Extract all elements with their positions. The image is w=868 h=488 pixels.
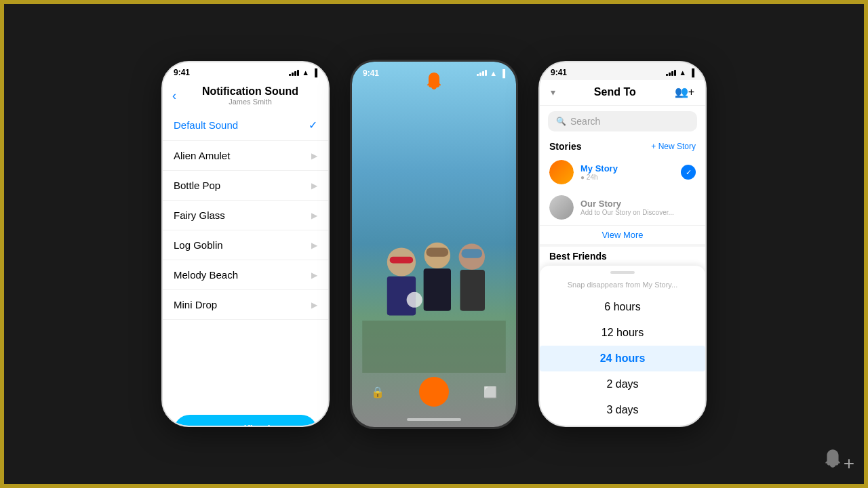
svg-rect-9 — [460, 270, 485, 311]
snapchat-ghost-icon — [424, 71, 444, 96]
snap-timer-circle — [419, 377, 449, 407]
sound-label-bottle: Bottle Pop — [174, 180, 220, 191]
page-title: Notification Sound — [182, 85, 319, 98]
play-icon-alien: ▶ — [311, 151, 317, 161]
our-story-avatar — [549, 195, 574, 220]
my-story-meta: ● 24h — [580, 174, 674, 181]
people-svg — [359, 203, 509, 373]
lock-icon: 🔒 — [371, 386, 384, 399]
new-story-button[interactable]: + New Story — [651, 142, 696, 151]
picker-option-12h[interactable]: 12 hours — [540, 320, 705, 346]
phone-notification-sound: 9:41 ▲ ▐ ‹ Notification Sound James Smit… — [161, 61, 330, 427]
time-3: 9:41 — [551, 68, 567, 77]
picker-option-2d[interactable]: 2 days — [540, 371, 705, 397]
sound-item-default[interactable]: Default Sound ✓ — [163, 110, 328, 141]
down-arrow-icon[interactable]: ▾ — [551, 87, 555, 98]
best-friends-title: Best Friends — [549, 251, 607, 262]
status-icons-2: ▲ ▐ — [477, 69, 505, 77]
my-story-check: ✓ — [681, 165, 696, 180]
time-2: 9:41 — [363, 68, 379, 78]
sound-item-bottle[interactable]: Bottle Pop ▶ — [163, 171, 328, 201]
wifi-icon: ▲ — [302, 68, 309, 77]
status-icons-1: ▲ ▐ — [289, 68, 317, 77]
search-bar: 🔍 Search — [540, 106, 705, 137]
sound-label-log: Log Goblin — [174, 239, 223, 251]
send-to-title: Send To — [555, 86, 675, 98]
wifi-icon-3: ▲ — [679, 68, 686, 77]
signal-icon — [289, 70, 299, 76]
page-subtitle: James Smith — [182, 98, 319, 106]
phone2-inner: 9:41 ▲ ▐ 🔒 — [352, 62, 516, 427]
multi-snap-icon: ⬜ — [484, 386, 497, 399]
battery-icon-2: ▐ — [500, 69, 505, 77]
svg-rect-2 — [390, 256, 414, 263]
set-notification-sound-button[interactable]: Set Notification Sound — [174, 415, 317, 427]
best-friends-header: Best Friends — [540, 247, 705, 264]
svg-rect-0 — [362, 321, 506, 373]
my-story-info: My Story ● 24h — [580, 163, 674, 181]
our-story-info: Our Story Add to Our Story on Discover..… — [580, 199, 696, 216]
sound-label-alien: Alien Amulet — [174, 150, 230, 161]
our-story-name: Our Story — [580, 199, 696, 209]
sound-label-mini: Mini Drop — [174, 299, 217, 310]
status-bar-1: 9:41 ▲ ▐ — [163, 62, 328, 80]
status-bar-3: 9:41 ▲ ▐ — [540, 62, 705, 80]
battery-icon: ▐ — [312, 68, 317, 77]
play-icon-melody: ▶ — [311, 270, 317, 280]
wifi-icon-2: ▲ — [490, 69, 497, 77]
sound-item-log[interactable]: Log Goblin ▶ — [163, 230, 328, 260]
stories-section-title: Stories — [549, 141, 581, 152]
search-placeholder: Search — [570, 116, 600, 127]
my-story-name: My Story — [580, 163, 674, 174]
sound-item-fairy[interactable]: Fairy Glass ▶ — [163, 201, 328, 230]
stories-section-header: Stories + New Story — [540, 137, 705, 155]
my-story-item[interactable]: My Story ● 24h ✓ — [540, 155, 705, 190]
story-duration-picker: Snap disappears from My Story... 6 hours… — [540, 266, 705, 426]
status-icons-3: ▲ ▐ — [666, 68, 694, 77]
sheet-handle — [610, 271, 635, 274]
add-people-icon[interactable]: 👥+ — [675, 85, 694, 98]
set-button-container: Set Notification Sound — [163, 401, 328, 427]
spacer — [163, 320, 328, 401]
picker-subtitle: Snap disappears from My Story... — [540, 279, 705, 294]
picker-option-3d[interactable]: 3 days — [540, 397, 705, 423]
header-title-block: Notification Sound James Smith — [182, 85, 319, 106]
svg-rect-8 — [461, 249, 482, 258]
svg-point-10 — [407, 291, 422, 307]
search-icon: 🔍 — [556, 117, 566, 126]
back-button[interactable]: ‹ — [172, 89, 176, 103]
sound-item-melody[interactable]: Melody Beach ▶ — [163, 260, 328, 290]
our-story-meta: Add to Our Story on Discover... — [580, 209, 696, 216]
play-icon-fairy: ▶ — [311, 211, 317, 220]
snapchat-logo-corner: + — [822, 448, 854, 474]
sound-item-mini[interactable]: Mini Drop ▶ — [163, 290, 328, 320]
svg-rect-6 — [424, 268, 451, 311]
play-icon-log: ▶ — [311, 241, 317, 250]
send-to-header: ▾ Send To 👥+ — [540, 80, 705, 106]
svg-rect-5 — [426, 247, 448, 256]
play-icon-mini: ▶ — [311, 300, 317, 310]
picker-option-6h[interactable]: 6 hours — [540, 294, 705, 320]
my-story-avatar — [549, 160, 574, 184]
signal-icon-3 — [666, 70, 676, 76]
sound-label-default: Default Sound — [174, 119, 238, 131]
sound-label-melody: Melody Beach — [174, 269, 238, 281]
phone-snap-photo: 9:41 ▲ ▐ 🔒 — [350, 60, 518, 429]
notification-sound-header: ‹ Notification Sound James Smith — [163, 80, 328, 110]
check-icon-default: ✓ — [309, 119, 317, 131]
signal-icon-2 — [477, 70, 487, 76]
view-more-button[interactable]: View More — [540, 225, 705, 244]
search-input[interactable]: 🔍 Search — [548, 111, 697, 131]
home-bar-2 — [407, 418, 461, 421]
sound-item-alien[interactable]: Alien Amulet ▶ — [163, 141, 328, 171]
sound-label-fairy: Fairy Glass — [174, 209, 225, 221]
home-indicator-2 — [352, 412, 516, 427]
play-icon-bottle: ▶ — [311, 181, 317, 190]
sound-list: Default Sound ✓ Alien Amulet ▶ Bottle Po… — [163, 110, 328, 320]
our-story-item[interactable]: Our Story Add to Our Story on Discover..… — [540, 190, 705, 225]
phone-send-to: 9:41 ▲ ▐ ▾ Send To 👥+ 🔍 Search — [538, 61, 707, 427]
snap-photo-background — [352, 62, 516, 427]
picker-option-24h[interactable]: 24 hours — [540, 346, 705, 371]
battery-icon-3: ▐ — [689, 68, 694, 77]
time-1: 9:41 — [174, 68, 190, 77]
